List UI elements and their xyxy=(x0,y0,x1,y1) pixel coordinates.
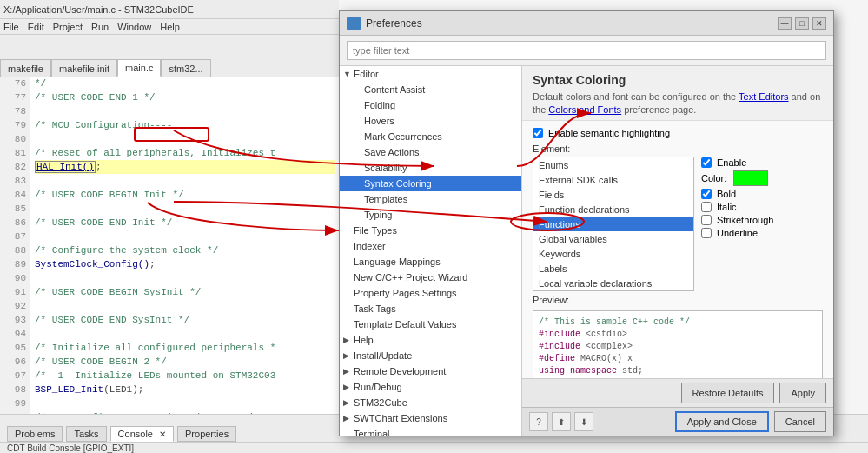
restore-defaults-button[interactable]: Restore Defaults xyxy=(681,383,775,403)
tree-item-task-tags[interactable]: Task Tags xyxy=(340,301,521,316)
tree-item-help[interactable]: ▶ Help xyxy=(340,332,521,348)
element-function-decl[interactable]: Function declarations xyxy=(533,202,693,217)
element-labels[interactable]: Labels xyxy=(533,261,693,276)
tree-item-folding[interactable]: Folding xyxy=(340,97,521,113)
filter-input[interactable] xyxy=(347,41,826,60)
tree-item-save-actions[interactable]: Save Actions xyxy=(340,144,521,160)
preferences-dialog: Preferences — □ ✕ ▼ Editor xyxy=(339,10,834,436)
tree-item-template-defaults[interactable]: Template Default Values xyxy=(340,316,521,332)
italic-row: Italic xyxy=(701,202,823,212)
bold-label: Bold xyxy=(717,189,736,199)
dialog-title: Preferences xyxy=(347,17,422,30)
tree-panel[interactable]: ▼ Editor Content Assist Folding Hovers xyxy=(340,66,522,436)
text-editors-link[interactable]: Text Editors xyxy=(739,91,788,102)
export-icon-btn[interactable]: ⬆ xyxy=(552,412,571,431)
bold-checkbox[interactable] xyxy=(701,189,712,199)
content-panel: Syntax Coloring Default colors and font … xyxy=(522,66,833,436)
cancel-button[interactable]: Cancel xyxy=(774,411,826,432)
footer-right-buttons: Apply and Close Cancel xyxy=(675,411,826,432)
tree-item-syntax-coloring[interactable]: Syntax Coloring xyxy=(340,176,521,191)
color-row: Color: xyxy=(701,170,823,186)
tree-item-stm32cube[interactable]: ▶ STM32Cube xyxy=(340,395,521,410)
tree-item-file-types[interactable]: File Types xyxy=(340,223,521,238)
underline-row: Underline xyxy=(701,228,823,238)
strikethrough-label: Strikethrough xyxy=(717,215,773,225)
dialog-overlay: Preferences — □ ✕ ▼ Editor xyxy=(0,0,868,453)
import-icon-btn[interactable]: ⬇ xyxy=(574,412,593,431)
strikethrough-row: Strikethrough xyxy=(701,215,823,225)
help-icon-btn[interactable]: ? xyxy=(529,412,548,431)
restore-button[interactable]: □ xyxy=(795,17,809,30)
semantic-highlighting-label: Enable semantic highlighting xyxy=(548,128,670,138)
content-header: Syntax Coloring Default colors and font … xyxy=(522,66,833,121)
color-swatch[interactable] xyxy=(733,170,768,186)
apply-button[interactable]: Apply xyxy=(779,383,826,403)
element-section: Element: Enums External SDK calls Fields… xyxy=(533,143,823,378)
element-functions[interactable]: Functions xyxy=(533,217,693,231)
tree-item-editor[interactable]: ▼ Editor xyxy=(340,66,521,82)
element-list[interactable]: Enums External SDK calls Fields Function… xyxy=(533,157,694,291)
element-keywords[interactable]: Keywords xyxy=(533,246,693,261)
tree-item-scalability[interactable]: Scalability xyxy=(340,160,521,176)
color-label: Color: xyxy=(701,173,726,183)
tree-item-new-cpp-wizard[interactable]: New C/C++ Project Wizard xyxy=(340,270,521,285)
underline-checkbox[interactable] xyxy=(701,228,712,238)
enable-row: Enable xyxy=(701,157,823,168)
minimize-button[interactable]: — xyxy=(778,17,792,30)
apply-and-close-button[interactable]: Apply and Close xyxy=(675,411,769,432)
dialog-controls[interactable]: — □ ✕ xyxy=(778,17,826,30)
footer-left-icons: ? ⬆ ⬇ xyxy=(529,412,593,431)
strikethrough-checkbox[interactable] xyxy=(701,215,712,225)
element-enums[interactable]: Enums xyxy=(533,157,693,172)
semantic-highlighting-row: Enable semantic highlighting xyxy=(533,128,823,138)
content-title: Syntax Coloring xyxy=(533,73,823,87)
tree-item-language-mappings[interactable]: Language Mappings xyxy=(340,254,521,270)
dialog-main: ▼ Editor Content Assist Folding Hovers xyxy=(340,66,833,436)
tree-item-templates[interactable]: Templates xyxy=(340,191,521,207)
semantic-highlighting-checkbox[interactable] xyxy=(533,128,543,138)
tree-item-remote-dev[interactable]: ▶ Remote Development xyxy=(340,363,521,379)
content-body: Enable semantic highlighting Element: En… xyxy=(522,121,833,378)
preview-section: /* This is sample C++ code */ #include <… xyxy=(533,310,823,378)
close-button[interactable]: ✕ xyxy=(812,17,826,30)
footer-row1: Restore Defaults Apply xyxy=(522,378,833,407)
tree-item-content-assist[interactable]: Content Assist xyxy=(340,82,521,97)
preview-label: Preview: xyxy=(533,295,823,305)
element-local-var-decl[interactable]: Local variable declarations xyxy=(533,276,693,290)
tree-item-swtchart[interactable]: ▶ SWTChart Extensions xyxy=(340,410,521,426)
filter-section xyxy=(340,36,833,66)
italic-checkbox[interactable] xyxy=(701,202,712,212)
tree-item-mark-occurrences[interactable]: Mark Occurrences xyxy=(340,129,521,144)
underline-label: Underline xyxy=(717,228,758,238)
dialog-title-text: Preferences xyxy=(366,17,422,30)
enable-label: Enable xyxy=(717,157,746,168)
dialog-titlebar: Preferences — □ ✕ xyxy=(340,11,833,36)
enable-checkbox[interactable] xyxy=(701,157,712,168)
italic-label: Italic xyxy=(717,202,737,212)
tree-item-terminal[interactable]: Terminal xyxy=(340,426,521,436)
bold-row: Bold xyxy=(701,189,823,199)
element-fields[interactable]: Fields xyxy=(533,187,693,202)
expand-editor-icon: ▼ xyxy=(343,70,354,78)
element-label: Element: xyxy=(533,143,694,154)
tree-item-run-debug[interactable]: ▶ Run/Debug xyxy=(340,379,521,395)
element-external-sdk[interactable]: External SDK calls xyxy=(533,172,693,187)
colors-fonts-link[interactable]: Colors and Fonts xyxy=(548,104,621,115)
tree-item-indexer[interactable]: Indexer xyxy=(340,238,521,254)
tree-item-hovers[interactable]: Hovers xyxy=(340,113,521,129)
tree-item-property-pages[interactable]: Property Pages Settings xyxy=(340,285,521,301)
content-description: Default colors and font can be configure… xyxy=(533,90,823,117)
tree-item-install-update[interactable]: ▶ Install/Update xyxy=(340,348,521,363)
footer-row2: ? ⬆ ⬇ Apply and Close Cancel xyxy=(522,407,833,436)
dialog-body: ▼ Editor Content Assist Folding Hovers xyxy=(340,36,833,436)
dialog-title-icon xyxy=(347,17,361,30)
tree-item-typing[interactable]: Typing xyxy=(340,207,521,223)
element-global-vars[interactable]: Global variables xyxy=(533,231,693,246)
